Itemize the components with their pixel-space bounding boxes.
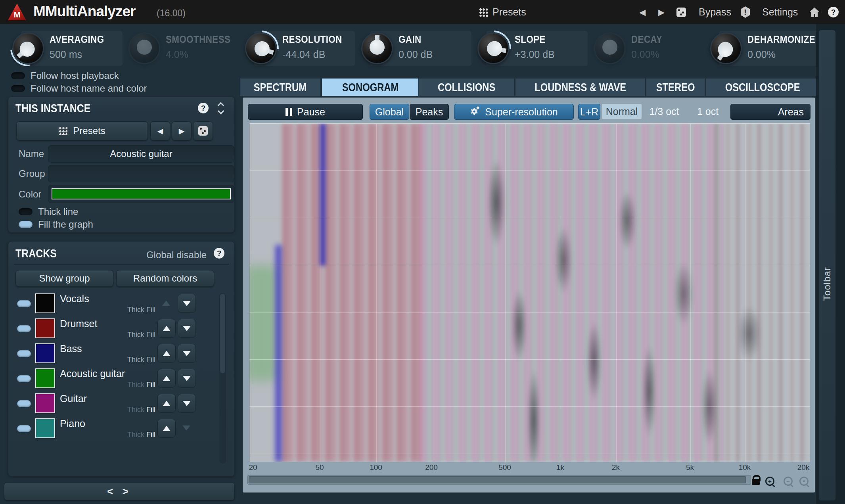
move-down-button[interactable]: [178, 419, 195, 437]
collapse-panel-button[interactable]: [218, 102, 224, 114]
move-down-button[interactable]: [178, 369, 196, 388]
settings-button[interactable]: Settings: [762, 0, 798, 24]
track-color-swatch[interactable]: [35, 418, 55, 438]
thick-option[interactable]: Thick: [127, 356, 144, 364]
home-button[interactable]: [809, 0, 820, 24]
scale-mode-octave[interactable]: 1 oct: [691, 104, 725, 119]
group-field[interactable]: [48, 165, 234, 182]
lock-zoom-icon[interactable]: [752, 479, 760, 485]
move-up-button[interactable]: [157, 294, 175, 312]
peaks-button[interactable]: Peaks: [410, 104, 449, 120]
scale-mode-third-octave[interactable]: 1/3 oct: [644, 104, 684, 119]
tab-oscilloscope[interactable]: OSCILLOSCOPE: [706, 79, 820, 96]
decay-knob[interactable]: [594, 33, 626, 64]
instance-help-button[interactable]: ?: [198, 103, 209, 113]
dice-icon: [676, 8, 686, 17]
track-color-swatch[interactable]: [35, 393, 55, 413]
tab-stereo[interactable]: STEREO: [646, 79, 705, 96]
move-up-button[interactable]: [157, 369, 176, 388]
knob-value: 0.00%: [747, 49, 826, 60]
lr-channels-button[interactable]: L+R: [578, 104, 600, 120]
follow-host-playback-toggle[interactable]: [11, 72, 25, 79]
random-preset-button[interactable]: [676, 0, 686, 24]
instance-prev-preset-button[interactable]: ◀: [150, 121, 170, 140]
averaging-knob[interactable]: [12, 33, 44, 64]
tracks-help-button[interactable]: ?: [214, 248, 224, 259]
collapse-sidebar-button[interactable]: < >: [4, 482, 235, 500]
move-up-button[interactable]: [157, 344, 176, 363]
thick-option[interactable]: Thick: [127, 406, 144, 414]
move-down-button[interactable]: [178, 319, 196, 338]
track-color-swatch[interactable]: [35, 318, 55, 338]
global-button[interactable]: Global: [370, 104, 409, 120]
track-color-swatch[interactable]: [35, 368, 55, 388]
plot-vertical-gridlines: [249, 123, 810, 462]
thick-option[interactable]: Thick: [127, 431, 144, 439]
thick-line-toggle[interactable]: [19, 208, 33, 215]
fill-option[interactable]: Fill: [146, 431, 155, 439]
thick-option[interactable]: Thick: [127, 306, 144, 314]
fill-option[interactable]: Fill: [146, 306, 155, 314]
tracks-scrollbar[interactable]: [219, 293, 226, 464]
toolbar-side-tab[interactable]: Toolbar: [818, 30, 836, 501]
name-field[interactable]: Acoustic guitar: [48, 145, 234, 163]
sonogram-plot[interactable]: [249, 123, 810, 462]
track-enable-toggle[interactable]: [17, 375, 31, 382]
track-enable-toggle[interactable]: [17, 325, 31, 332]
smoothness-knob[interactable]: [128, 33, 160, 64]
fill-option[interactable]: Fill: [146, 381, 155, 389]
move-down-button[interactable]: [178, 294, 196, 313]
zoom-out-icon[interactable]: −: [784, 477, 793, 486]
move-up-button[interactable]: [157, 419, 176, 438]
scale-mode-normal[interactable]: Normal: [602, 104, 642, 119]
track-color-swatch[interactable]: [35, 293, 55, 313]
super-resolution-button[interactable]: Super-resolution: [454, 104, 574, 120]
help-button[interactable]: ?: [828, 0, 839, 24]
deharmonize-knob[interactable]: [710, 33, 742, 64]
slope-knob[interactable]: [477, 33, 509, 64]
bypass-button[interactable]: Bypass: [699, 0, 731, 24]
thick-option[interactable]: Thick: [127, 381, 144, 389]
fill-option[interactable]: Fill: [146, 406, 155, 414]
move-down-button[interactable]: [178, 394, 196, 413]
frequency-scrollbar[interactable]: [247, 475, 751, 485]
gain-knob[interactable]: [361, 33, 393, 64]
limiter-warning-button[interactable]: !: [741, 0, 750, 24]
areas-button[interactable]: Areas: [730, 104, 811, 120]
fill-option[interactable]: Fill: [146, 356, 155, 364]
random-colors-button[interactable]: Random colors: [116, 270, 214, 287]
follow-host-name-color-toggle[interactable]: [11, 85, 25, 92]
name-label: Name: [19, 148, 44, 159]
frequency-scrollbar-thumb[interactable]: [249, 476, 746, 483]
track-color-swatch[interactable]: [35, 343, 55, 363]
move-up-button[interactable]: [157, 394, 176, 413]
fill-graph-toggle[interactable]: [19, 221, 33, 228]
instance-presets-button[interactable]: Presets: [16, 121, 148, 140]
show-group-button[interactable]: Show group: [15, 270, 113, 287]
tab-collisions[interactable]: COLLISIONS: [419, 79, 514, 96]
tab-sonogram[interactable]: SONOGRAM: [322, 79, 418, 96]
fill-option[interactable]: Fill: [146, 331, 155, 339]
track-enable-toggle[interactable]: [17, 425, 31, 432]
tab-loudness-wave[interactable]: LOUDNESS & WAVE: [515, 79, 645, 96]
move-down-button[interactable]: [178, 344, 196, 363]
track-enable-toggle[interactable]: [17, 350, 31, 357]
pause-button[interactable]: Pause: [248, 104, 363, 120]
instance-next-preset-button[interactable]: ▶: [172, 121, 192, 140]
track-enable-toggle[interactable]: [17, 400, 31, 407]
tab-spectrum[interactable]: SPECTRUM: [240, 79, 320, 96]
global-disable-button[interactable]: Global disable: [146, 249, 207, 261]
previous-preset-button[interactable]: ◀: [639, 0, 646, 24]
zoom-in-icon[interactable]: +: [765, 477, 774, 486]
next-preset-button[interactable]: ▶: [658, 0, 665, 24]
thick-option[interactable]: Thick: [127, 331, 144, 339]
track-enable-toggle[interactable]: [17, 300, 31, 307]
color-field[interactable]: [48, 185, 234, 203]
resolution-knob[interactable]: [245, 33, 277, 64]
global-presets-button[interactable]: Presets: [479, 0, 526, 24]
tracks-scrollbar-thumb[interactable]: [220, 294, 225, 373]
freq-tick: 50: [315, 463, 324, 472]
instance-random-preset-button[interactable]: [193, 121, 213, 140]
move-up-button[interactable]: [157, 319, 176, 338]
zoom-reset-icon[interactable]: [799, 477, 809, 486]
